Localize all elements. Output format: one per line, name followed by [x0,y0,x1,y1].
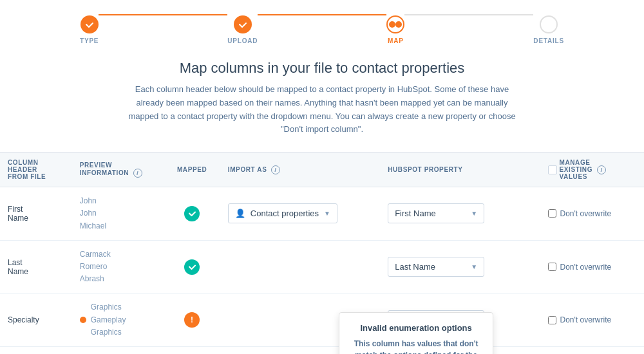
th-manage-existing: MANAGEEXISTINGVALUES i [540,153,644,187]
cell-hubspot-last-name: Last Name ▼ [380,240,540,293]
table-row-last-name: LastName CarmackRomeroAbrash Last Name ▼ [0,240,644,293]
th-mapped: MAPPED [164,153,220,187]
table-row-first-name: FirstName JohnJohnMichael 👤 Contact prop… [0,187,644,241]
chevron-down-icon: ▼ [324,210,330,217]
th-hubspot-property: HUBSPOT PROPERTY [380,153,540,187]
page-title: Map columns in your file to contact prop… [0,60,644,77]
th-import-as: IMPORT AS i [220,153,380,187]
cell-manage-specialty: Don't overwrite [540,293,644,347]
tooltip-line1: This column has values that don't match … [350,338,482,354]
overwrite-label-first-name: Don't overwrite [560,209,612,218]
cell-column-first-name: FirstName [0,187,72,241]
cell-mapped-email [164,346,220,354]
mapped-check-first-name [184,206,200,221]
cell-preview-email: johncar@id.comjohnrom@id.comabrash@id.co… [72,346,164,354]
mapped-warning-specialty: ! Invalid enumeration options This colum… [184,312,200,328]
cell-preview-last-name: CarmackRomeroAbrash [72,240,164,293]
progress-step-map[interactable]: MAP [386,15,404,44]
progress-bar: TYPE UPLOAD MAP DETAILS [0,0,644,55]
cell-hubspot-first-name: First Name ▼ [380,187,540,241]
cell-mapped-last-name [164,240,220,293]
progress-step-details[interactable]: DETAILS [533,15,564,44]
cell-manage-email: Don't overwrite [540,346,644,354]
import-as-label-first-name: Contact properties [251,209,319,218]
step-circle-upload [234,15,252,33]
step-circle-details [540,15,558,33]
progress-step-type[interactable]: TYPE [80,15,99,44]
table-row-email: Email johncar@id.comjohnrom@id.comabrash… [0,346,644,354]
manage-all-checkbox[interactable] [548,165,557,174]
cell-column-specialty: Specialty [0,293,72,347]
mapped-check-last-name [184,259,200,275]
table-row-specialty: Specialty GraphicsGameplayGraphics ! Inv… [0,293,644,347]
hubspot-property-dropdown-last-name[interactable]: Last Name ▼ [388,257,484,277]
cell-manage-last-name: Don't overwrite [540,240,644,293]
hubspot-property-label-last-name: Last Name [395,262,435,272]
overwrite-label-specialty: Don't overwrite [560,315,612,324]
connector-1 [99,14,227,15]
import-as-info-icon[interactable]: i [271,165,280,174]
step-label-map: MAP [388,37,404,44]
overwrite-check-last-name[interactable]: Don't overwrite [548,263,636,272]
manage-values-info-icon[interactable]: i [597,165,606,174]
cell-manage-first-name: Don't overwrite [540,187,644,241]
step-label-details: DETAILS [533,37,564,44]
connector-3 [404,14,533,15]
cell-column-email: Email [0,346,72,354]
tooltip-popup: Invalid enumeration options This column … [339,312,493,354]
table-header-row: COLUMNHEADERFROM FILE PREVIEWINFORMATION… [0,153,644,187]
preview-info-icon[interactable]: i [133,169,142,178]
contact-icon: 👤 [235,209,245,218]
overwrite-checkbox-first-name[interactable] [548,209,556,218]
chevron-down-icon: ▼ [471,263,477,270]
step-circle-type [80,15,99,33]
import-as-dropdown-first-name[interactable]: 👤 Contact properties ▼ [228,203,337,223]
hubspot-property-dropdown-first-name[interactable]: First Name ▼ [388,203,484,223]
overwrite-check-first-name[interactable]: Don't overwrite [548,209,636,218]
chevron-down-icon: ▼ [471,210,477,217]
connector-2 [258,14,386,15]
cell-column-last-name: LastName [0,240,72,293]
cell-mapped-specialty: ! Invalid enumeration options This colum… [164,293,220,347]
orange-dot-icon [80,317,86,323]
hubspot-property-label-first-name: First Name [395,209,436,218]
overwrite-check-specialty[interactable]: Don't overwrite [548,315,636,324]
main-content: Map columns in your file to contact prop… [0,55,644,145]
tooltip-title: Invalid enumeration options [350,323,482,333]
overwrite-checkbox-last-name[interactable] [548,263,556,271]
cell-preview-first-name: JohnJohnMichael [72,187,164,241]
cell-mapped-first-name [164,187,220,241]
th-preview-info: PREVIEWINFORMATION i [72,153,164,187]
mapping-table: COLUMNHEADERFROM FILE PREVIEWINFORMATION… [0,152,644,354]
th-column-header: COLUMNHEADERFROM FILE [0,153,72,187]
cell-import-first-name: 👤 Contact properties ▼ [220,187,380,241]
cell-preview-specialty: GraphicsGameplayGraphics [72,293,164,347]
step-label-upload: UPLOAD [227,37,258,44]
progress-step-upload[interactable]: UPLOAD [227,15,258,44]
overwrite-checkbox-specialty[interactable] [548,316,556,324]
page-description: Each column header below should be mappe… [122,83,522,136]
cell-import-last-name [220,240,380,293]
step-circle-map [386,15,404,33]
overwrite-label-last-name: Don't overwrite [560,263,612,272]
step-label-type: TYPE [80,37,99,44]
